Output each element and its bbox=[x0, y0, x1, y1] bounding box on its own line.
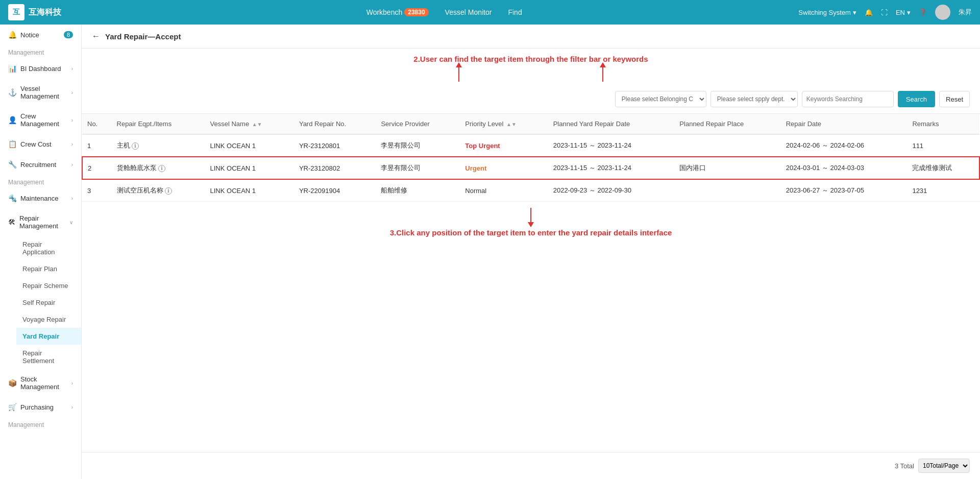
page-header: ← Yard Repair—Accept bbox=[82, 25, 980, 49]
info-icon[interactable]: ℹ bbox=[132, 142, 139, 150]
vessel-icon: ⚓ bbox=[8, 88, 16, 97]
logo-icon: 互 bbox=[8, 4, 24, 20]
sidebar-item-repair-scheme[interactable]: Repair Scheme bbox=[16, 277, 81, 294]
cell-service-provider: 李昱有限公司 bbox=[376, 157, 460, 179]
sidebar-item-yard-repair[interactable]: Yard Repair bbox=[16, 328, 81, 345]
user-name: 朱昇 bbox=[959, 8, 972, 17]
per-page-select[interactable]: 10Total/Page bbox=[918, 459, 970, 473]
col-repair-date: Repair Date bbox=[781, 114, 908, 134]
app-name: 互海科技 bbox=[29, 7, 61, 18]
help-btn[interactable]: ❓ bbox=[919, 9, 927, 16]
sidebar-item-voyage-repair[interactable]: Voyage Repair bbox=[16, 311, 81, 328]
keywords-input[interactable] bbox=[802, 91, 894, 107]
belonging-select[interactable]: Please select Belonging C bbox=[615, 91, 706, 107]
sidebar-stock-label: Stock Management bbox=[20, 375, 67, 391]
cell-no: 1 bbox=[82, 134, 112, 157]
table-container: No. Repair Eqpt./Items Vessel Name ▲▼ Ya… bbox=[82, 114, 980, 452]
annotation-top-block: 2.User can find the target item through … bbox=[82, 49, 980, 85]
cell-remarks: 111 bbox=[907, 134, 979, 157]
chevron-right-icon8: › bbox=[71, 404, 73, 410]
bi-icon: 📊 bbox=[8, 64, 16, 73]
search-button[interactable]: Search bbox=[898, 91, 935, 107]
annotation-top-text: 2.User can find the target item through … bbox=[413, 55, 648, 63]
cell-priority-level: Top Urgent bbox=[460, 134, 548, 157]
dept-select[interactable]: Please select spply dept. bbox=[710, 91, 798, 107]
cell-priority-level: Urgent bbox=[460, 157, 548, 179]
cell-planned-repair-place: 国内港口 bbox=[674, 157, 780, 179]
back-button[interactable]: ← bbox=[92, 32, 100, 41]
cell-repair-date: 2024-02-06 ～ 2024-02-06 bbox=[781, 134, 908, 157]
cell-no: 3 bbox=[82, 179, 112, 202]
cell-vessel-name: LINK OCEAN 1 bbox=[205, 179, 294, 202]
sidebar-item-recruitment[interactable]: 🔧 Recruitment › bbox=[0, 154, 81, 175]
chevron-right-icon: › bbox=[71, 66, 73, 71]
cost-icon: 📋 bbox=[8, 140, 16, 148]
nav-center: Workbench 23830 Vessel Monitor Find bbox=[90, 8, 798, 16]
main-content: ← Yard Repair—Accept 2.User can find the… bbox=[82, 25, 980, 479]
sidebar-item-crew-management[interactable]: 👤 Crew Management › bbox=[0, 106, 81, 134]
sidebar-item-purchasing[interactable]: 🛒 Purchasing › bbox=[0, 397, 81, 417]
col-service-provider: Service Provider bbox=[376, 114, 460, 134]
reset-button[interactable]: Reset bbox=[939, 91, 970, 107]
sidebar-item-repair-management[interactable]: 🛠 Repair Management ∨ bbox=[0, 208, 81, 236]
sidebar-item-maintenance[interactable]: 🔩 Maintenance › bbox=[0, 188, 81, 208]
chevron-right-icon5: › bbox=[71, 162, 73, 167]
cell-repair-date: 2024-03-01 ～ 2024-03-03 bbox=[781, 157, 908, 179]
cell-yard-repair-no: YR-23120802 bbox=[294, 157, 376, 179]
nav-workbench[interactable]: Workbench 23830 bbox=[366, 8, 429, 16]
cell-yard-repair-no: YR-23120801 bbox=[294, 134, 376, 157]
table-row[interactable]: 3 测试空压机名称ℹ LINK OCEAN 1 YR-22091904 船舶维修… bbox=[82, 179, 979, 202]
cell-yard-repair-no: YR-22091904 bbox=[294, 179, 376, 202]
sidebar: 🔔 Notice 8 Management 📊 BI Dashboard › ⚓… bbox=[0, 25, 82, 479]
notice-sub-label: Management bbox=[0, 45, 81, 58]
cell-planned-repair-place bbox=[674, 179, 780, 202]
info-icon[interactable]: ℹ bbox=[158, 165, 165, 172]
sidebar-item-vessel-management[interactable]: ⚓ Vessel Management › bbox=[0, 79, 81, 106]
switching-system[interactable]: Switching System ▾ bbox=[798, 9, 856, 16]
chevron-right-icon2: › bbox=[71, 90, 73, 95]
cell-repair-date: 2023-06-27 ～ 2023-07-05 bbox=[781, 179, 908, 202]
sidebar-item-repair-application[interactable]: Repair Application bbox=[16, 236, 81, 260]
maintenance-icon: 🔩 bbox=[8, 194, 16, 202]
col-priority-level[interactable]: Priority Level ▲▼ bbox=[460, 114, 548, 134]
chevron-down-icon: ∨ bbox=[69, 220, 73, 225]
sidebar-item-bi-dashboard[interactable]: 📊 BI Dashboard › bbox=[0, 58, 81, 79]
sidebar-maintenance-label: Maintenance bbox=[20, 195, 58, 202]
sidebar-item-repair-settlement[interactable]: Repair Settlement bbox=[16, 345, 81, 369]
sidebar-item-repair-plan[interactable]: Repair Plan bbox=[16, 260, 81, 277]
sidebar-item-crew-cost[interactable]: 📋 Crew Cost › bbox=[0, 134, 81, 154]
chevron-right-icon3: › bbox=[71, 117, 73, 123]
avatar[interactable] bbox=[935, 5, 950, 20]
table-row[interactable]: 1 主机ℹ LINK OCEAN 1 YR-23120801 李昱有限公司 To… bbox=[82, 134, 979, 157]
recruitment-sub-label: Management bbox=[0, 175, 81, 188]
cell-remarks: 完成维修测试 bbox=[907, 157, 979, 179]
cell-repair-eqpt: 测试空压机名称ℹ bbox=[112, 179, 205, 202]
table-row[interactable]: 2 货舱舱底水泵ℹ LINK OCEAN 1 YR-23120802 李昱有限公… bbox=[82, 157, 979, 179]
cell-repair-eqpt: 货舱舱底水泵ℹ bbox=[112, 157, 205, 179]
info-icon[interactable]: ℹ bbox=[165, 187, 172, 195]
page-title: Yard Repair—Accept bbox=[105, 32, 181, 41]
stock-icon: 📦 bbox=[8, 379, 16, 387]
language-selector[interactable]: EN ▾ bbox=[896, 9, 911, 16]
fullscreen-btn[interactable]: ⛶ bbox=[881, 9, 888, 16]
sort-vessel-icon: ▲▼ bbox=[252, 122, 262, 127]
notification-bell[interactable]: 🔔 bbox=[865, 9, 873, 16]
sidebar-recruitment-label: Recruitment bbox=[20, 161, 56, 169]
nav-find[interactable]: Find bbox=[508, 8, 522, 16]
workbench-badge: 23830 bbox=[404, 8, 428, 16]
cell-vessel-name: LINK OCEAN 1 bbox=[205, 134, 294, 157]
chevron-right-icon7: › bbox=[71, 380, 73, 386]
nav-vessel-monitor[interactable]: Vessel Monitor bbox=[445, 8, 492, 16]
pagination: 3 Total 10Total/Page bbox=[82, 452, 980, 479]
col-vessel-name[interactable]: Vessel Name ▲▼ bbox=[205, 114, 294, 134]
filter-bar: Please select Belonging C Please select … bbox=[82, 85, 980, 114]
recruitment-icon: 🔧 bbox=[8, 160, 16, 169]
sidebar-item-notice[interactable]: 🔔 Notice 8 bbox=[0, 25, 81, 45]
logo-area: 互 互海科技 bbox=[8, 4, 90, 20]
sidebar-item-self-repair[interactable]: Self Repair bbox=[16, 294, 81, 311]
purchasing-icon: 🛒 bbox=[8, 403, 16, 411]
sidebar-bi-label: BI Dashboard bbox=[20, 65, 61, 73]
top-navigation: 互 互海科技 Workbench 23830 Vessel Monitor Fi… bbox=[0, 0, 980, 25]
annotation-bottom-text: 3.Click any position of the target item … bbox=[390, 228, 672, 237]
sidebar-item-stock-management[interactable]: 📦 Stock Management › bbox=[0, 369, 81, 397]
